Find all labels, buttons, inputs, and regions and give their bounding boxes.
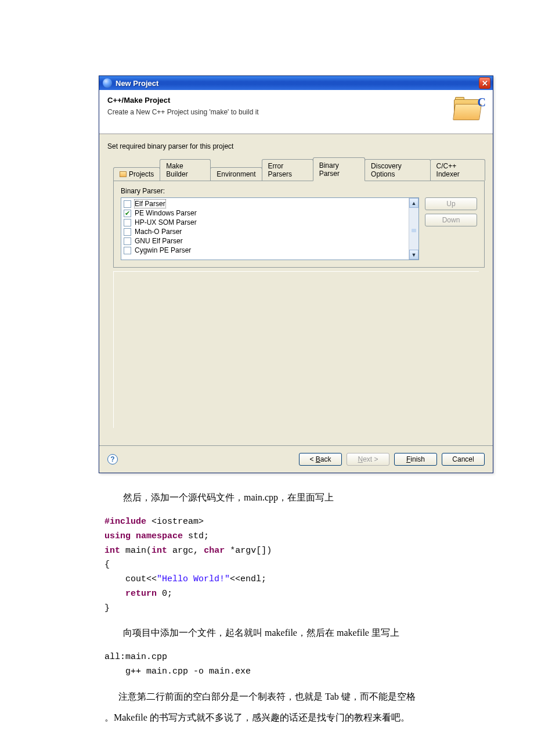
window-title: New Project — [116, 79, 479, 88]
code-block: #include <iostream> using namespace std;… — [104, 515, 476, 615]
paragraph: 向项目中添加一个文件，起名就叫 makefile，然后在 makefile 里写… — [104, 625, 476, 641]
finish-button[interactable]: Finish — [394, 453, 437, 466]
scroll-down-icon[interactable]: ▼ — [409, 250, 418, 260]
list-item-label: GNU Elf Parser — [135, 237, 183, 245]
article: 然后，添加一个源代码文件，main.cpp，在里面写上 #include <io… — [104, 489, 476, 726]
list-item[interactable]: HP-UX SOM Parser — [124, 218, 406, 227]
back-button[interactable]: < Back — [299, 453, 342, 466]
tabstrip: Projects Make Builder Environment Error … — [113, 157, 485, 181]
tab-label: Binary Parser — [319, 161, 359, 178]
list-item-label: Cygwin PE Parser — [135, 246, 191, 254]
tab-label: C/C++ Indexer — [436, 162, 479, 178]
tab-ccpp-indexer[interactable]: C/C++ Indexer — [430, 159, 485, 181]
cancel-button[interactable]: Cancel — [442, 453, 485, 466]
checkbox[interactable] — [124, 228, 131, 236]
list-item[interactable]: Mach-O Parser — [124, 227, 406, 236]
tab-environment[interactable]: Environment — [210, 167, 262, 181]
new-project-dialog: New Project ✕ C++/Make Project Create a … — [99, 75, 493, 473]
list-item[interactable]: ✔ PE Windows Parser — [124, 208, 406, 218]
close-icon[interactable]: ✕ — [479, 77, 490, 89]
tab-make-builder[interactable]: Make Builder — [160, 159, 211, 181]
folder-c-icon: C — [453, 97, 485, 123]
tab-label: Projects — [129, 170, 154, 178]
parser-listbox[interactable]: Elf Parser ✔ PE Windows Parser HP-UX SOM… — [121, 197, 419, 260]
checkbox[interactable] — [124, 237, 131, 245]
folder-icon — [120, 171, 127, 177]
scroll-up-icon[interactable]: ▲ — [409, 198, 418, 208]
up-button[interactable]: Up — [425, 197, 477, 210]
scrollbar[interactable]: ▲ ▼ — [409, 198, 418, 260]
dialog-footer: ? < Back Next > Finish Cancel — [99, 445, 493, 473]
checkbox[interactable]: ✔ — [124, 210, 131, 217]
wizard-banner: C++/Make Project Create a New C++ Projec… — [99, 90, 493, 134]
paragraph: 。Makefile 的书写方式就不多说了，感兴趣的话还是找专门的教程来看吧。 — [104, 710, 476, 726]
tab-projects[interactable]: Projects — [113, 167, 160, 181]
list-item[interactable]: GNU Elf Parser — [124, 236, 406, 246]
checkbox[interactable] — [124, 219, 131, 226]
tab-label: Environment — [217, 170, 255, 178]
paragraph: 注意第二行前面的空白部分是一个制表符，也就是 Tab 键，而不能是空格 — [104, 689, 476, 705]
list-item-label: HP-UX SOM Parser — [135, 218, 197, 226]
down-button[interactable]: Down — [425, 214, 477, 226]
section-label: Set required binary parser for this proj… — [107, 142, 485, 150]
titlebar[interactable]: New Project ✕ — [99, 76, 493, 90]
list-item[interactable]: Cygwin PE Parser — [124, 246, 406, 255]
tab-label: Discovery Options — [371, 162, 424, 178]
list-item-label: Elf Parser — [135, 200, 165, 208]
wizard-heading: C++/Make Project — [107, 96, 453, 105]
wizard-subheading: Create a New C++ Project using 'make' to… — [107, 108, 453, 116]
details-panel — [113, 271, 479, 428]
checkbox[interactable] — [124, 247, 131, 254]
tab-label: Error Parsers — [268, 162, 307, 178]
checkbox[interactable] — [124, 200, 131, 208]
scroll-track[interactable] — [409, 208, 418, 250]
makefile-block: all:main.cpp g++ main.cpp -o main.exe — [104, 650, 476, 679]
list-item[interactable]: Elf Parser — [124, 199, 406, 208]
list-label: Binary Parser: — [121, 187, 419, 195]
tab-error-parsers[interactable]: Error Parsers — [262, 159, 313, 181]
list-item-label: Mach-O Parser — [135, 228, 182, 236]
next-button: Next > — [347, 453, 389, 466]
tab-label: Make Builder — [166, 162, 204, 178]
app-icon — [103, 78, 112, 88]
help-icon[interactable]: ? — [107, 454, 118, 465]
tab-binary-parser[interactable]: Binary Parser — [313, 157, 365, 181]
list-item-label: PE Windows Parser — [135, 209, 197, 217]
tab-discovery-options[interactable]: Discovery Options — [365, 159, 431, 181]
tab-panel-binary-parser: Binary Parser: Elf Parser ✔ PE Windows P… — [113, 181, 485, 268]
paragraph: 然后，添加一个源代码文件，main.cpp，在里面写上 — [104, 489, 476, 506]
